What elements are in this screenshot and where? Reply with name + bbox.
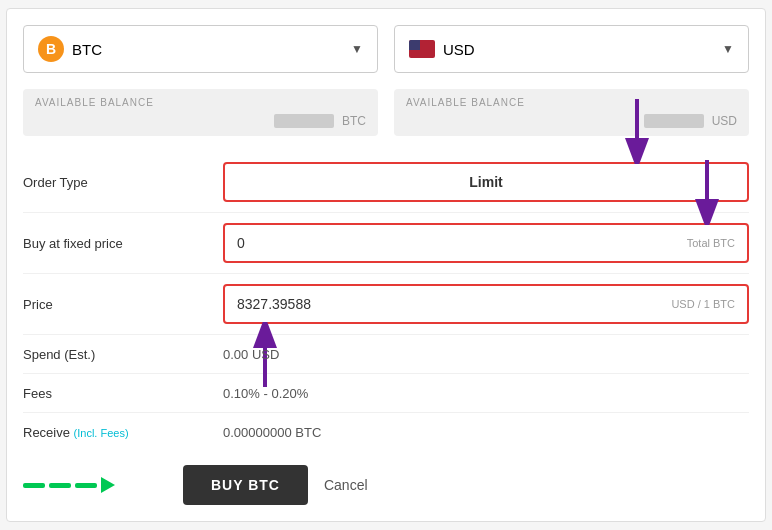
price-row: Price 8327.39588 USD / 1 BTC: [23, 274, 749, 335]
order-type-row: Order Type Limit: [23, 152, 749, 213]
buy-button[interactable]: BUY BTC: [183, 465, 308, 505]
btc-balance-currency: BTC: [342, 114, 366, 128]
buy-fixed-value: 0: [237, 235, 245, 251]
buy-fixed-control: 0 Total BTC: [223, 223, 749, 263]
usd-balance-currency: USD: [712, 114, 737, 128]
price-suffix: USD / 1 BTC: [671, 298, 735, 310]
btc-balance-box: AVAILABLE BALANCE BTC: [23, 89, 378, 136]
receive-value: 0.00000000 BTC: [223, 425, 321, 440]
receive-label: Receive (Incl. Fees): [23, 425, 223, 440]
usd-chevron-icon: ▼: [722, 42, 734, 56]
fees-control: 0.10% - 0.20%: [223, 384, 749, 402]
usd-dropdown[interactable]: USD ▼: [394, 25, 749, 73]
usd-label: USD: [443, 41, 475, 58]
arrow-to-limit-icon: [607, 94, 667, 164]
cancel-button[interactable]: Cancel: [324, 477, 368, 493]
order-type-label: Order Type: [23, 175, 223, 190]
action-row: BUY BTC Cancel: [23, 451, 749, 505]
trading-panel: B BTC ▼ USD ▼ AVAILABLE BALANCE BTC AVAI…: [6, 8, 766, 522]
buy-fixed-row: Buy at fixed price 0 Total BTC: [23, 213, 749, 274]
order-form: Order Type Limit: [23, 152, 749, 451]
receive-row: Receive (Incl. Fees) 0.00000000 BTC: [23, 413, 749, 451]
spend-control: 0.00 USD: [223, 345, 749, 363]
dashed-arrow: [23, 477, 115, 493]
price-field[interactable]: 8327.39588 USD / 1 BTC: [223, 284, 749, 324]
dashed-arrow-head-icon: [101, 477, 115, 493]
order-type-field[interactable]: Limit: [223, 162, 749, 202]
arrow-to-total-btc-icon: [677, 155, 737, 225]
price-value: 8327.39588: [237, 296, 311, 312]
receive-control: 0.00000000 BTC: [223, 423, 749, 441]
fees-row: Fees 0.10% - 0.20%: [23, 374, 749, 413]
buy-fixed-field[interactable]: 0 Total BTC: [223, 223, 749, 263]
btc-chevron-icon: ▼: [351, 42, 363, 56]
dash2: [49, 483, 71, 488]
btc-balance-placeholder: [274, 114, 334, 128]
spend-label: Spend (Est.): [23, 347, 223, 362]
btc-balance-label: AVAILABLE BALANCE: [35, 97, 366, 108]
order-type-control: Limit: [223, 162, 749, 202]
price-label: Price: [23, 297, 223, 312]
btc-icon: B: [38, 36, 64, 62]
buy-fixed-suffix: Total BTC: [687, 237, 735, 249]
spend-row: Spend (Est.) 0.00 USD: [23, 335, 749, 374]
dash3: [75, 483, 97, 488]
fees-label: Fees: [23, 386, 223, 401]
fees-value: 0.10% - 0.20%: [223, 386, 308, 401]
buy-fixed-label: Buy at fixed price: [23, 236, 223, 251]
currency-selectors: B BTC ▼ USD ▼: [23, 25, 749, 73]
dash1: [23, 483, 45, 488]
usd-balance-box: AVAILABLE BALANCE USD: [394, 89, 749, 136]
us-flag-icon: [409, 40, 435, 58]
price-control: 8327.39588 USD / 1 BTC: [223, 284, 749, 324]
spend-value: 0.00 USD: [223, 347, 279, 362]
order-type-value: Limit: [237, 174, 735, 190]
usd-balance-label: AVAILABLE BALANCE: [406, 97, 737, 108]
btc-dropdown[interactable]: B BTC ▼: [23, 25, 378, 73]
incl-fees-label: (Incl. Fees): [74, 427, 129, 439]
btc-label: BTC: [72, 41, 102, 58]
